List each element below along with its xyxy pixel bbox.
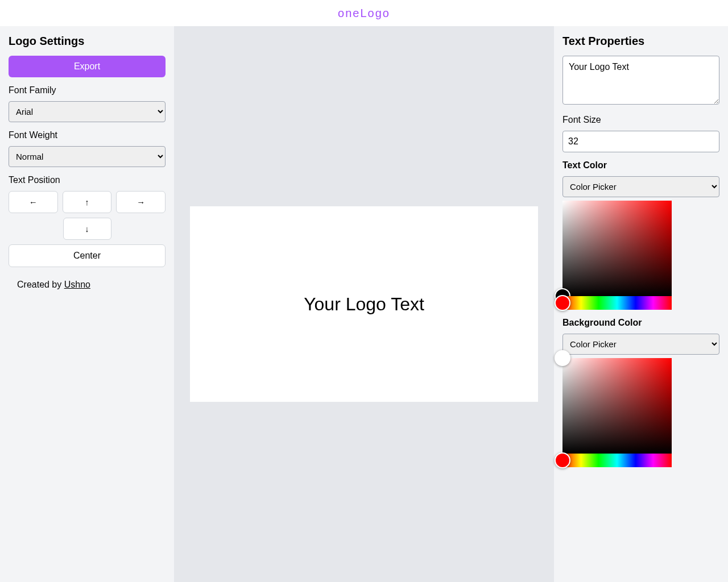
bg-color-saturation[interactable] bbox=[562, 358, 672, 454]
app-title: oneLogo bbox=[338, 7, 390, 20]
app-header: oneLogo bbox=[0, 0, 728, 26]
credit-link[interactable]: Ushno bbox=[64, 280, 90, 289]
arrow-left-button[interactable]: ← bbox=[9, 191, 58, 213]
logo-settings-title: Logo Settings bbox=[9, 35, 166, 48]
font-size-label: Font Size bbox=[562, 115, 719, 125]
bg-color-saturation-cursor[interactable] bbox=[555, 350, 570, 366]
text-properties-panel: Text Properties Font Size Text Color Col… bbox=[554, 26, 728, 582]
arrow-right-button[interactable]: → bbox=[116, 191, 166, 213]
canvas-area: Your Logo Text bbox=[174, 26, 554, 582]
arrow-row-bottom: ↓ bbox=[9, 218, 166, 240]
main-area: Logo Settings Export Font Family Arial F… bbox=[0, 26, 728, 582]
font-family-select[interactable]: Arial bbox=[9, 101, 166, 122]
text-properties-title: Text Properties bbox=[562, 35, 719, 48]
bg-color-hue-cursor[interactable] bbox=[555, 452, 570, 468]
font-family-label: Font Family bbox=[9, 85, 166, 95]
text-color-hue[interactable] bbox=[562, 296, 672, 310]
credit-text: Created by Ushno bbox=[9, 275, 166, 290]
arrow-down-button[interactable]: ↓ bbox=[63, 218, 111, 240]
logo-text-input[interactable] bbox=[562, 56, 719, 105]
text-color-saturation[interactable] bbox=[562, 201, 672, 296]
export-button[interactable]: Export bbox=[9, 56, 166, 77]
text-color-hue-cursor[interactable] bbox=[555, 295, 570, 311]
bg-color-picker bbox=[562, 358, 719, 467]
logo-text: Your Logo Text bbox=[304, 294, 424, 315]
font-size-input[interactable] bbox=[562, 131, 719, 152]
text-color-picker bbox=[562, 201, 719, 310]
text-color-mode-select[interactable]: Color Picker bbox=[562, 176, 719, 197]
text-color-label: Text Color bbox=[562, 160, 719, 171]
credit-prefix: Created by bbox=[17, 280, 64, 289]
bg-color-hue[interactable] bbox=[562, 454, 672, 467]
bg-color-label: Background Color bbox=[562, 318, 719, 328]
center-button[interactable]: Center bbox=[9, 244, 166, 267]
logo-settings-panel: Logo Settings Export Font Family Arial F… bbox=[0, 26, 174, 582]
logo-canvas[interactable]: Your Logo Text bbox=[190, 206, 538, 402]
arrow-up-button[interactable]: ↑ bbox=[63, 191, 112, 213]
arrow-row-top: ← ↑ → bbox=[9, 191, 166, 213]
font-weight-select[interactable]: Normal bbox=[9, 146, 166, 167]
font-weight-label: Font Weight bbox=[9, 130, 166, 140]
bg-color-mode-select[interactable]: Color Picker bbox=[562, 334, 719, 355]
text-position-label: Text Position bbox=[9, 175, 166, 185]
